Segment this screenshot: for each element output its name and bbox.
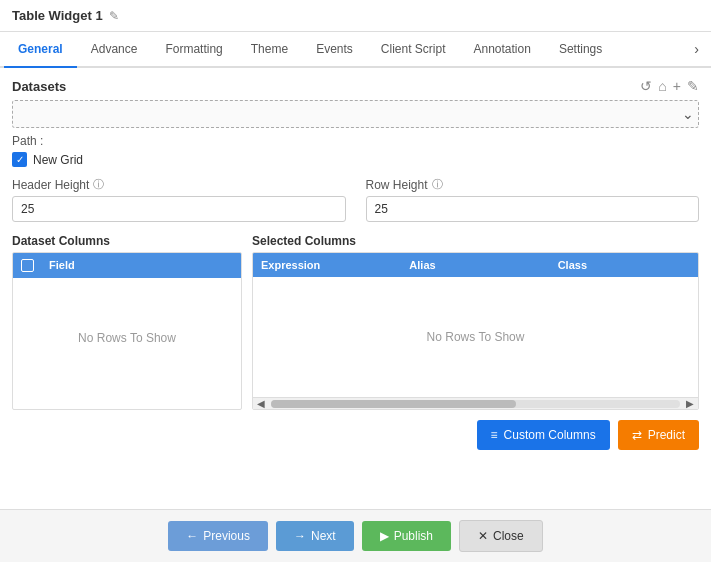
tab-events[interactable]: Events <box>302 32 367 68</box>
header-height-info-icon: ⓘ <box>93 177 104 192</box>
close-icon: ✕ <box>478 529 488 543</box>
selected-columns-table: Expression Alias Class No Rows To Show ◀… <box>252 252 699 410</box>
selected-columns-title: Selected Columns <box>252 234 356 248</box>
scrollbar-track[interactable] <box>271 400 680 408</box>
previous-icon: ← <box>186 529 198 543</box>
custom-columns-label: Custom Columns <box>504 428 596 442</box>
header-height-group: Header Height ⓘ <box>12 177 346 222</box>
dataset-columns-table: Field No Rows To Show <box>12 252 242 410</box>
previous-button[interactable]: ← Previous <box>168 521 268 551</box>
tab-formatting[interactable]: Formatting <box>151 32 236 68</box>
datasets-edit-icon[interactable]: ✎ <box>687 78 699 94</box>
selected-columns-body: No Rows To Show <box>253 277 698 397</box>
scroll-right-arrow[interactable]: ▶ <box>682 396 698 410</box>
row-height-group: Row Height ⓘ <box>366 177 700 222</box>
datasets-dropdown-box[interactable]: ⌄ <box>12 100 699 128</box>
custom-columns-button[interactable]: ≡ Custom Columns <box>477 420 610 450</box>
title-edit-icon[interactable]: ✎ <box>109 9 119 23</box>
tab-general[interactable]: General <box>4 32 77 68</box>
action-buttons: ≡ Custom Columns ⇄ Predict <box>12 420 699 450</box>
new-grid-label: New Grid <box>33 153 83 167</box>
next-label: Next <box>311 529 336 543</box>
new-grid-row: New Grid <box>12 152 699 167</box>
dataset-columns-header: Field <box>13 253 241 278</box>
expression-column-header: Expression <box>253 253 401 277</box>
chevron-down-icon: ⌄ <box>682 106 694 122</box>
previous-label: Previous <box>203 529 250 543</box>
title-bar: Table Widget 1 ✎ <box>0 0 711 32</box>
scrollbar-thumb[interactable] <box>271 400 516 408</box>
class-column-header: Class <box>550 253 698 277</box>
close-label: Close <box>493 529 524 543</box>
publish-label: Publish <box>394 529 433 543</box>
window-title: Table Widget 1 <box>12 8 103 23</box>
main-content: Datasets ↺ ⌂ + ✎ ⌄ Path : New Grid He <box>0 68 711 509</box>
columns-container: Field No Rows To Show Expression Alias C… <box>12 252 699 410</box>
predict-icon: ⇄ <box>632 428 642 442</box>
header-height-label: Header Height ⓘ <box>12 177 346 192</box>
tab-annotation[interactable]: Annotation <box>460 32 545 68</box>
alias-column-header: Alias <box>401 253 549 277</box>
publish-button[interactable]: ▶ Publish <box>362 521 451 551</box>
path-row: Path : <box>12 134 699 148</box>
height-form-row: Header Height ⓘ Row Height ⓘ <box>12 177 699 222</box>
main-window: Table Widget 1 ✎ General Advance Formatt… <box>0 0 711 562</box>
datasets-add-icon[interactable]: + <box>673 78 681 94</box>
predict-button[interactable]: ⇄ Predict <box>618 420 699 450</box>
columns-header: Dataset Columns Selected Columns <box>12 234 699 248</box>
datasets-refresh-icon[interactable]: ↺ <box>640 78 652 94</box>
scroll-left-arrow[interactable]: ◀ <box>253 396 269 410</box>
dataset-no-rows: No Rows To Show <box>78 331 176 345</box>
row-height-info-icon: ⓘ <box>432 177 443 192</box>
new-grid-checkbox[interactable] <box>12 152 27 167</box>
close-button[interactable]: ✕ Close <box>459 520 543 552</box>
next-icon: → <box>294 529 306 543</box>
horizontal-scrollbar[interactable]: ◀ ▶ <box>253 397 698 409</box>
tab-theme[interactable]: Theme <box>237 32 302 68</box>
dataset-columns-body: No Rows To Show <box>13 278 241 398</box>
header-checkbox-cell[interactable] <box>13 253 41 278</box>
tab-advance[interactable]: Advance <box>77 32 152 68</box>
selected-columns-header: Expression Alias Class <box>253 253 698 277</box>
columns-section: Dataset Columns Selected Columns Field <box>12 234 699 410</box>
header-checkbox[interactable] <box>21 259 34 272</box>
custom-columns-icon: ≡ <box>491 428 498 442</box>
header-height-input[interactable] <box>12 196 346 222</box>
tab-client-script[interactable]: Client Script <box>367 32 460 68</box>
publish-icon: ▶ <box>380 529 389 543</box>
datasets-icons: ↺ ⌂ + ✎ <box>640 78 699 94</box>
field-column-header: Field <box>41 253 211 278</box>
datasets-section-header: Datasets ↺ ⌂ + ✎ <box>12 78 699 94</box>
path-label: Path : <box>12 134 43 148</box>
selected-no-rows: No Rows To Show <box>427 330 525 344</box>
footer-bar: ← Previous → Next ▶ Publish ✕ Close <box>0 509 711 562</box>
next-button[interactable]: → Next <box>276 521 354 551</box>
dataset-columns-title: Dataset Columns <box>12 234 110 248</box>
row-height-label: Row Height ⓘ <box>366 177 700 192</box>
tabs-bar: General Advance Formatting Theme Events … <box>0 32 711 68</box>
tab-scroll-right-button[interactable]: › <box>686 35 707 63</box>
row-height-input[interactable] <box>366 196 700 222</box>
datasets-home-icon[interactable]: ⌂ <box>658 78 666 94</box>
datasets-label: Datasets <box>12 79 66 94</box>
predict-label: Predict <box>648 428 685 442</box>
tab-settings[interactable]: Settings <box>545 32 616 68</box>
